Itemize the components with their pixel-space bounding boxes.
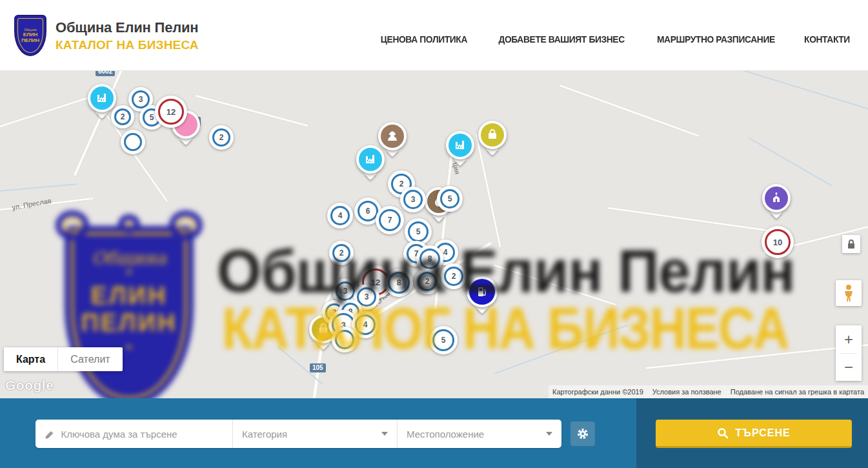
advanced-settings-button[interactable] (570, 422, 595, 446)
map-waterway (0, 183, 77, 192)
category-dropdown[interactable]: Категория (232, 420, 397, 448)
google-logo[interactable]: Google (5, 378, 54, 393)
cluster-marker[interactable]: 12 (155, 96, 187, 128)
building-category-pin[interactable] (446, 131, 474, 159)
shield-ornament-center (118, 214, 140, 234)
header: Община ЕЛИН ПЕЛИН Община Елин Пелин КАТА… (0, 0, 868, 71)
pencil-icon (45, 429, 54, 440)
main-nav: ЦЕНОВА ПОЛИТИКА ДОБАВЕТЕ ВАШИЯТ БИЗНЕС М… (377, 34, 852, 45)
bag-category-pin[interactable] (478, 121, 507, 149)
fuel-category-pin[interactable] (467, 276, 498, 307)
map-road (493, 264, 616, 306)
watermark-shield-top-text: Община (92, 248, 167, 268)
street-name-label: ул. Преслав (11, 197, 52, 212)
road-number-label: 105 (310, 363, 326, 372)
church-category-pin[interactable] (762, 184, 791, 212)
cluster-marker[interactable]: 3 (400, 187, 426, 212)
zoom-in-button[interactable]: + (836, 326, 862, 353)
cluster-marker[interactable]: 8 (385, 269, 413, 297)
map-road (646, 343, 868, 369)
shield-flourish-icon: ❧ (125, 343, 133, 352)
attribution-report-error-link[interactable]: Подаване на сигнал за грешка в картата (731, 388, 864, 396)
map-canvas[interactable]: 6002105ул. Преславбул. „Новоселция 32512… (0, 71, 868, 398)
search-icon (717, 427, 729, 439)
attribution-terms-link[interactable]: Условия за ползване (652, 388, 722, 396)
municipality-logo[interactable]: Община ЕЛИН ПЕЛИН (14, 15, 46, 56)
site-title: Община Елин Пелин (56, 19, 199, 36)
nav-contacts[interactable]: КОНТАКТИ (804, 34, 850, 45)
church-icon (765, 187, 788, 210)
location-dropdown[interactable]: Местоположение (397, 420, 561, 448)
fuel-icon (469, 279, 495, 305)
worker-icon (381, 125, 404, 148)
site-subtitle: КАТАЛОГ НА БИЗНЕСА (56, 38, 199, 52)
location-dropdown-label: Местоположение (407, 429, 484, 440)
watermark-shield-line2: ПЕЛИН (81, 309, 177, 336)
map-road (196, 95, 308, 127)
building-icon (449, 134, 472, 157)
building-icon (90, 86, 114, 110)
logo-shield: Община ЕЛИН ПЕЛИН (14, 15, 46, 56)
cluster-marker[interactable] (332, 327, 358, 352)
satellite-view-button[interactable]: Сателит (58, 347, 123, 371)
cluster-marker[interactable]: 5 (437, 186, 463, 212)
street-view-pegman-button[interactable] (836, 280, 862, 306)
cluster-marker[interactable]: 2 (329, 241, 354, 265)
keyword-search-input[interactable] (61, 429, 223, 440)
cluster-marker[interactable]: 10 (762, 226, 794, 258)
page: Община ЕЛИН ПЕЛИН Община Елин Пелин КАТА… (0, 0, 868, 468)
shield-ornament-right (169, 210, 203, 240)
shield-ornament-left (56, 210, 89, 240)
nav-route-schedule[interactable]: МАРШРУТНО РАЗПИСАНИЕ (657, 34, 775, 45)
map-view-button[interactable]: Карта (4, 347, 58, 371)
pegman-icon (842, 284, 855, 302)
map-waterway (494, 324, 628, 374)
map-road (559, 85, 699, 137)
cluster-marker[interactable] (121, 130, 145, 154)
search-bar: Категория Местоположение ТЪРСЕНЕ (0, 398, 868, 468)
site-title-block[interactable]: Община Елин Пелин КАТАЛОГ НА БИЗНЕСА (56, 19, 199, 52)
cluster-marker[interactable]: 2 (441, 263, 467, 289)
logo-shield-line2: ПЕЛИН (21, 37, 39, 43)
building-category-pin[interactable] (356, 145, 385, 174)
cluster-marker[interactable]: 2 (111, 105, 134, 128)
lock-icon (847, 239, 856, 249)
cluster-marker[interactable]: 2 (414, 269, 440, 294)
attribution-copyright: Картографски данни ©2019 (552, 388, 643, 396)
map-waterway (663, 71, 868, 111)
shield-flourish-icon: ❧ (125, 268, 133, 277)
nav-add-your-business[interactable]: ДОБАВЕТЕ ВАШИЯТ БИЗНЕС (498, 34, 624, 45)
search-panel: Категория Местоположение (35, 420, 561, 448)
building-icon (359, 148, 382, 171)
cluster-marker[interactable]: 2 (209, 125, 234, 150)
chevron-down-icon (381, 432, 388, 436)
map-waterway (749, 137, 833, 187)
cluster-marker[interactable]: 5 (429, 326, 458, 354)
cluster-marker[interactable]: 7 (376, 206, 404, 234)
lock-button[interactable] (842, 235, 860, 253)
gear-icon (576, 427, 589, 440)
watermark-shield-line1: ЕЛИН (91, 282, 168, 309)
zoom-out-button[interactable]: − (836, 354, 862, 381)
zoom-control: + − (836, 325, 862, 381)
nav-pricing-policy[interactable]: ЦЕНОВА ПОЛИТИКА (381, 34, 467, 45)
building-category-pin[interactable] (88, 84, 116, 112)
watermark-logo-shield: Община ❧ ЕЛИН ПЕЛИН ❧ (65, 226, 194, 398)
map-road (607, 207, 787, 234)
bag-icon (481, 123, 504, 147)
category-dropdown-label: Категория (242, 429, 287, 440)
map-attribution: Картографски данни ©2019 Условия за полз… (549, 385, 868, 398)
search-submit-button[interactable]: ТЪРСЕНЕ (656, 420, 852, 448)
map-type-control: Карта Сателит (4, 347, 123, 371)
search-submit-label: ТЪРСЕНЕ (735, 427, 790, 439)
road-number-label: 6002 (96, 71, 115, 76)
logo-shield-top-text: Община (24, 28, 36, 32)
chevron-down-icon (546, 432, 552, 436)
keyword-segment (35, 420, 232, 448)
logo-shield-line1: ЕЛИН (23, 32, 37, 37)
cluster-marker[interactable]: 4 (327, 203, 353, 229)
